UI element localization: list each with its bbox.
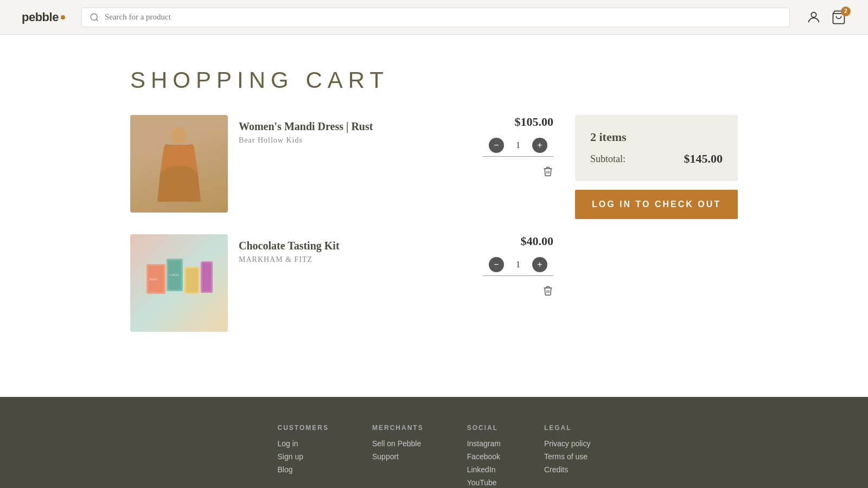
svg-rect-10 [186, 268, 198, 292]
search-bar [81, 8, 790, 27]
decrease-qty-button[interactable]: − [489, 138, 504, 153]
svg-text:CHOC: CHOC [169, 273, 180, 277]
list-item[interactable]: Blog [278, 465, 329, 474]
summary-subtotal-row: Subtotal: $145.00 [590, 152, 723, 166]
trash-icon [542, 165, 553, 177]
footer-col-social: SOCIAL Instagram Facebook LinkedIn YouTu… [467, 424, 501, 488]
footer: CUSTOMERS Log in Sign up Blog MERCHANTS … [0, 397, 868, 488]
svg-text:M&F: M&F [149, 277, 158, 281]
list-item[interactable]: Credits [544, 465, 591, 474]
list-item[interactable]: Terms of use [544, 452, 591, 461]
quantity-value: 1 [513, 260, 524, 269]
delete-item-button[interactable] [542, 165, 553, 177]
logo-text: pebble [22, 10, 59, 24]
account-icon [806, 10, 821, 25]
svg-line-1 [96, 19, 98, 21]
cart-items: Women's Mandi Dress | Rust Bear Hollow K… [130, 115, 553, 354]
footer-col-heading: SOCIAL [467, 424, 501, 432]
item-brand: Bear Hollow Kids [239, 136, 467, 145]
page-title: SHOPPING CART [130, 67, 738, 93]
footer-columns: CUSTOMERS Log in Sign up Blog MERCHANTS … [130, 424, 738, 488]
list-item[interactable]: Sell on Pebble [372, 439, 424, 448]
header-icons: 2 [806, 10, 846, 25]
logo-dot [61, 15, 65, 20]
subtotal-amount: $145.00 [684, 152, 723, 166]
product-image-choco: M&F CHOC [130, 234, 228, 332]
cart-sidebar: 2 items Subtotal: $145.00 LOG IN TO CHEC… [575, 115, 738, 219]
svg-rect-12 [202, 263, 211, 291]
item-details: Chocolate Tasting Kit MARKHAM & FITZ [228, 234, 477, 269]
quantity-control: − 1 + [483, 257, 553, 276]
svg-point-0 [91, 14, 97, 20]
cart-badge: 2 [841, 7, 851, 16]
footer-col-heading: MERCHANTS [372, 424, 424, 432]
footer-inner: CUSTOMERS Log in Sign up Blog MERCHANTS … [108, 424, 760, 488]
cart-button[interactable]: 2 [831, 10, 846, 25]
decrease-qty-button[interactable]: − [489, 257, 504, 272]
account-button[interactable] [806, 10, 821, 25]
list-item[interactable]: Facebook [467, 452, 501, 461]
delete-item-button[interactable] [542, 285, 553, 297]
list-item[interactable]: Privacy policy [544, 439, 591, 448]
trash-icon [542, 285, 553, 297]
checkout-button[interactable]: LOG IN TO CHECK OUT [575, 190, 738, 219]
dress-illustration [152, 126, 206, 202]
increase-qty-button[interactable]: + [532, 257, 547, 272]
item-name: Chocolate Tasting Kit [239, 240, 467, 252]
footer-col-heading: CUSTOMERS [278, 424, 329, 432]
item-price: $40.00 [521, 234, 554, 248]
item-price: $105.00 [515, 115, 554, 129]
svg-point-2 [811, 12, 816, 17]
footer-col-customers: CUSTOMERS Log in Sign up Blog [278, 424, 329, 488]
svg-point-4 [171, 127, 187, 144]
summary-box: 2 items Subtotal: $145.00 [575, 115, 738, 181]
increase-qty-button[interactable]: + [532, 138, 547, 153]
cart-layout: Women's Mandi Dress | Rust Bear Hollow K… [130, 115, 738, 354]
main-content: SHOPPING CART Women's Mandi Dress | Rust… [108, 35, 760, 397]
product-image-dress [130, 115, 228, 213]
list-item[interactable]: Log in [278, 439, 329, 448]
footer-col-legal: LEGAL Privacy policy Terms of use Credit… [544, 424, 591, 488]
list-item[interactable]: YouTube [467, 478, 501, 487]
choco-illustration: M&F CHOC [144, 253, 214, 313]
list-item[interactable]: Support [372, 452, 424, 461]
item-right: $105.00 − 1 + [477, 115, 553, 177]
item-details: Women's Mandi Dress | Rust Bear Hollow K… [228, 115, 477, 150]
list-item[interactable]: LinkedIn [467, 465, 501, 474]
logo[interactable]: pebble [22, 10, 65, 24]
search-input[interactable] [105, 12, 782, 22]
summary-items-count: 2 items [590, 130, 723, 144]
table-row: M&F CHOC Chocolate Tasting Kit MARKHAM &… [130, 234, 553, 337]
subtotal-label: Subtotal: [590, 153, 626, 165]
table-row: Women's Mandi Dress | Rust Bear Hollow K… [130, 115, 553, 218]
item-name: Women's Mandi Dress | Rust [239, 120, 467, 133]
quantity-control: − 1 + [483, 138, 553, 157]
list-item[interactable]: Sign up [278, 452, 329, 461]
search-icon [90, 12, 99, 22]
footer-col-merchants: MERCHANTS Sell on Pebble Support [372, 424, 424, 488]
quantity-value: 1 [513, 140, 524, 150]
list-item[interactable]: Instagram [467, 439, 501, 448]
item-brand: MARKHAM & FITZ [239, 255, 467, 264]
header: pebble 2 [0, 0, 868, 35]
footer-col-heading: LEGAL [544, 424, 591, 432]
item-right: $40.00 − 1 + [477, 234, 553, 297]
